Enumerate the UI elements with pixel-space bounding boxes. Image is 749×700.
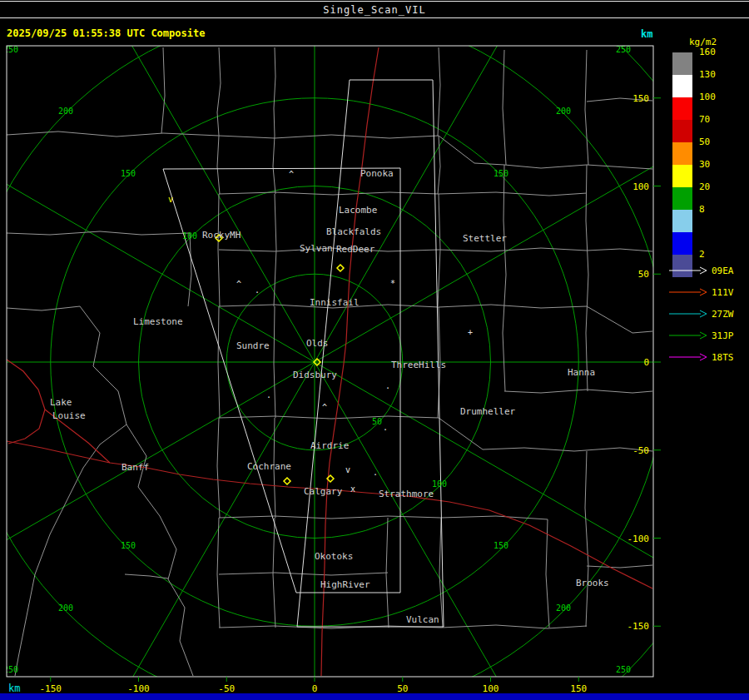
city-label: Didsbury <box>293 370 337 380</box>
range-distance-label: 250 <box>3 665 18 674</box>
map-marker: * <box>390 279 395 288</box>
radar-legend-row: 27ZW <box>669 308 734 320</box>
bottom-status-strip <box>0 693 749 700</box>
range-distance-label: 100 <box>182 231 197 241</box>
county-boundary <box>441 625 587 628</box>
legend-scale-value: 160 <box>699 47 716 58</box>
radar-id-label: 31JP <box>712 330 734 341</box>
range-distance-label: 250 <box>616 665 631 674</box>
county-boundary <box>274 194 276 306</box>
map-marker: . <box>373 468 378 477</box>
county-boundary <box>217 418 220 518</box>
city-label: ThreeHills <box>391 360 446 370</box>
radar-id-label: 09EA <box>712 266 734 276</box>
county-boundary <box>219 192 439 195</box>
county-boundary <box>439 248 652 251</box>
range-distance-label: 250 <box>616 45 631 54</box>
city-label: Brooks <box>576 578 609 588</box>
radar-site-legend: 09EA111V27ZW31JP18TS <box>669 265 749 381</box>
county-boundary <box>219 573 388 575</box>
county-boundary <box>546 519 549 628</box>
range-distance-label: 100 <box>432 479 447 489</box>
bottom-axis-unit-label: km <box>8 683 20 694</box>
city-label: RedDeer <box>336 244 375 255</box>
range-distance-label: 200 <box>556 603 571 613</box>
radar-application-window: Single_Scan_VIL 2025/09/25 01:55:38 UTC … <box>0 0 749 700</box>
city-label: Limestone <box>133 316 183 327</box>
city-label: Louise <box>52 410 86 421</box>
county-boundary <box>587 565 652 568</box>
legend-color-block <box>672 97 692 120</box>
right-axis-label: -150 <box>627 621 650 632</box>
radar-arrow-icon <box>669 287 707 297</box>
county-boundary <box>439 192 587 196</box>
map-marker: ^ <box>289 170 294 179</box>
radar-legend-row: 18TS <box>669 351 734 363</box>
legend-scale-value: 50 <box>699 137 710 148</box>
map-marker: . <box>385 381 390 390</box>
city-label: Okotoks <box>315 551 353 562</box>
range-distance-label: 150 <box>121 541 136 550</box>
map-marker: ^ <box>322 403 327 412</box>
map-marker: + <box>468 328 473 337</box>
radar-map-layers: 5010010015015015015020020020020025025025… <box>0 0 749 700</box>
range-distance-label: 150 <box>494 169 508 178</box>
legend-scale-value: 20 <box>699 181 710 193</box>
city-label: Olds <box>306 338 329 349</box>
county-boundary <box>7 231 190 235</box>
legend-scale-value: 8 <box>699 204 705 216</box>
range-distance-label: 50 <box>372 417 382 426</box>
map-marker: v <box>345 465 350 474</box>
map-marker: . <box>255 285 260 295</box>
county-boundary <box>504 390 652 393</box>
city-label: RockyMH <box>202 230 241 241</box>
right-axis-label: 0 <box>643 357 649 368</box>
county-boundary <box>219 416 439 419</box>
county-boundary <box>439 418 652 451</box>
radar-arrow-icon <box>669 352 707 362</box>
radar-arrow-icon <box>669 266 707 276</box>
county-boundary <box>274 47 275 136</box>
county-boundary <box>438 47 440 136</box>
county-boundary <box>217 518 220 628</box>
map-marker: . <box>266 390 271 400</box>
city-label: Innisfail <box>310 297 360 308</box>
radar-site-marker <box>337 265 344 271</box>
right-axis-label: 100 <box>632 181 649 192</box>
map-marker: . <box>383 423 388 432</box>
legend-color-block <box>672 52 692 75</box>
legend-scale-value: 100 <box>699 92 716 103</box>
range-distance-label: 150 <box>121 169 136 178</box>
legend-color-block <box>672 142 692 165</box>
county-boundary <box>161 47 165 133</box>
county-boundary <box>503 165 506 391</box>
radar-id-label: 27ZW <box>712 309 734 320</box>
county-boundary <box>503 50 506 165</box>
map-marker: ^ <box>236 280 241 289</box>
legend-color-block <box>672 187 692 210</box>
county-boundary <box>585 50 588 165</box>
county-boundary <box>125 574 168 578</box>
scan-coverage-outline <box>297 80 444 627</box>
county-boundary <box>273 136 275 194</box>
county-boundary <box>585 451 588 627</box>
right-axis-label: -100 <box>627 534 650 544</box>
county-boundary <box>441 516 548 519</box>
highway-line <box>7 360 45 444</box>
city-label: HighRiver <box>320 579 370 590</box>
range-distance-label: 200 <box>556 107 571 116</box>
right-axis-label: 150 <box>632 93 649 104</box>
range-distance-label: 200 <box>58 107 73 116</box>
radar-arrow-icon <box>669 330 707 340</box>
legend-color-block <box>672 120 692 142</box>
city-label: Calgary <box>304 486 343 497</box>
city-label: Drumheller <box>460 406 516 417</box>
city-label: Ponoka <box>360 168 394 179</box>
radar-id-label: 111V <box>712 287 734 298</box>
county-boundary <box>439 136 652 169</box>
range-distance-label: 200 <box>58 603 73 613</box>
radar-legend-row: 31JP <box>669 330 734 341</box>
city-label: Strathmore <box>379 489 434 499</box>
city-label: Blackfalds <box>326 226 381 237</box>
legend-color-block <box>672 210 692 232</box>
